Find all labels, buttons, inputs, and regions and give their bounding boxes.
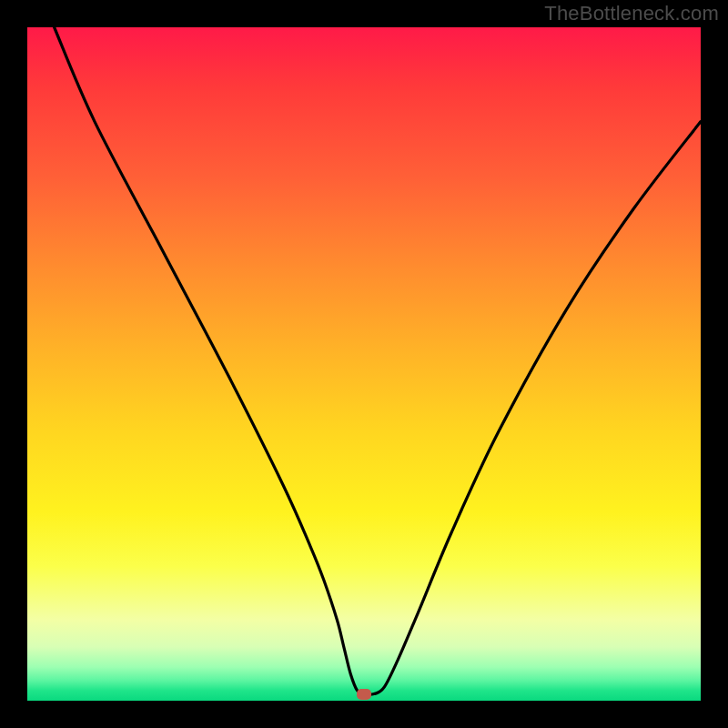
bottleneck-curve — [27, 27, 701, 701]
optimal-point-marker — [357, 689, 371, 700]
chart-frame: TheBottleneck.com — [0, 0, 728, 728]
watermark-text: TheBottleneck.com — [544, 2, 719, 25]
plot-area — [27, 27, 701, 701]
